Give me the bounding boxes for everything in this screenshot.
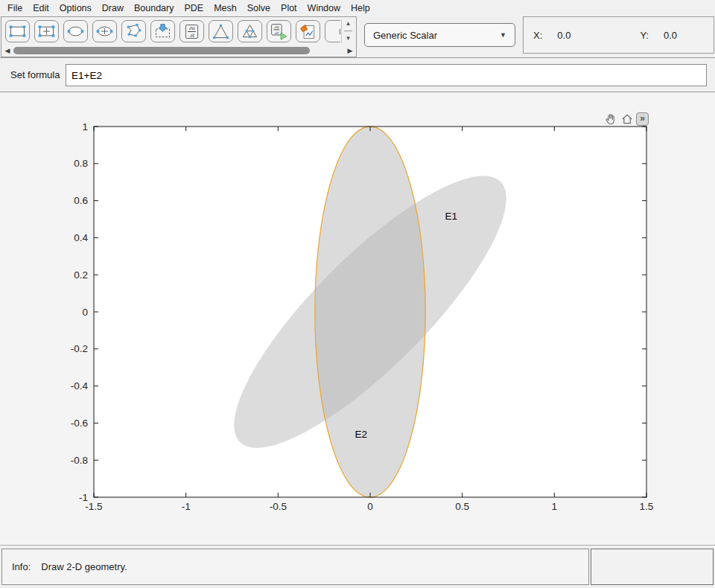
y-tick-label: -0.4 <box>71 380 89 392</box>
pde-type-dropdown[interactable]: Generic Scalar ▼ <box>364 23 515 47</box>
toolbar-scrollbar[interactable]: ◀ ▶ <box>3 45 355 56</box>
svg-text:∂t: ∂t <box>189 33 194 39</box>
boundary-mode-button[interactable] <box>150 20 175 42</box>
menu-item-window[interactable]: Window <box>302 1 346 16</box>
draw-rectangle-centered-button[interactable] <box>34 20 59 42</box>
solve-pde-icon: ∂u∂t <box>267 22 290 42</box>
menu-item-edit[interactable]: Edit <box>28 1 54 16</box>
menu-item-mesh[interactable]: Mesh <box>209 1 242 16</box>
formula-bar: Set formula <box>0 57 715 92</box>
spinner-up-icon[interactable]: ▲ <box>346 19 352 28</box>
x-coordinate-label: X: <box>533 30 542 41</box>
geometry-plot: -1.5-1-0.500.511.510.80.60.40.20-0.2-0.4… <box>0 92 715 545</box>
scroll-right-icon[interactable]: ▶ <box>346 47 355 54</box>
y-tick-label: 0.4 <box>74 232 88 243</box>
menu-item-boundary[interactable]: Boundary <box>129 1 179 16</box>
y-tick-label: 0 <box>82 307 88 318</box>
y-coordinate-label: Y: <box>640 30 649 41</box>
menu-item-help[interactable]: Help <box>346 1 375 16</box>
geometry-shape-E2[interactable] <box>315 127 425 497</box>
menu-item-solve[interactable]: Solve <box>242 1 276 16</box>
draw-rectangle-button[interactable] <box>5 20 30 42</box>
status-info-panel: Info: Draw 2-D geometry. <box>1 549 589 585</box>
x-tick-label: -0.5 <box>270 501 287 512</box>
boundary-mode-icon <box>151 22 174 42</box>
cursor-coordinates-panel: X: 0.0 Y: 0.0 <box>523 16 714 54</box>
svg-text:∂t: ∂t <box>275 30 279 34</box>
menu-bar: FileEditOptionsDrawBoundaryPDEMeshSolveP… <box>0 0 715 16</box>
y-tick-label: 1 <box>82 121 88 132</box>
y-tick-label: 0.2 <box>74 269 88 281</box>
initialize-mesh-icon <box>209 22 232 42</box>
pde-specification-button[interactable]: ∂u∂t <box>179 20 204 42</box>
menu-item-draw[interactable]: Draw <box>97 1 129 16</box>
draw-ellipse-icon <box>64 22 87 42</box>
draw-ellipse-button[interactable] <box>63 20 88 42</box>
set-formula-input[interactable] <box>66 64 707 86</box>
hand-icon <box>604 112 617 126</box>
drawing-canvas[interactable]: -1.5-1-0.500.511.510.80.60.40.20-0.2-0.4… <box>0 92 715 545</box>
y-coordinate-value: 0.0 <box>664 30 677 41</box>
draw-ellipse-centered-icon <box>93 22 116 42</box>
draw-ellipse-centered-button[interactable] <box>92 20 117 42</box>
y-tick-label: -0.8 <box>71 455 88 466</box>
home-icon <box>620 112 634 126</box>
expand-toolbar-button[interactable]: » <box>636 112 649 126</box>
spinner-divider <box>344 31 352 31</box>
status-bar: Info: Draw 2-D geometry. <box>0 545 715 588</box>
zoom-icon <box>325 22 340 42</box>
shape-label-E1: E1 <box>445 211 458 222</box>
refine-mesh-icon <box>238 22 261 42</box>
y-tick-label: 0.6 <box>74 195 88 206</box>
solve-pde-button[interactable]: ∂u∂t <box>267 20 291 42</box>
x-tick-label: 0.5 <box>455 501 469 512</box>
x-tick-label: 1.5 <box>640 501 654 512</box>
menu-item-plot[interactable]: Plot <box>276 1 302 16</box>
scrollbar-track[interactable] <box>12 46 346 55</box>
svg-text:∂u: ∂u <box>189 25 195 31</box>
x-coordinate-value: 0.0 <box>557 30 571 41</box>
y-tick-label: -0.2 <box>71 343 88 354</box>
x-tick-label: -1 <box>182 501 191 512</box>
draw-polygon-icon <box>122 22 145 42</box>
y-tick-label: 0.8 <box>74 158 88 169</box>
x-tick-label: 1 <box>552 501 558 512</box>
svg-text:∂u: ∂u <box>274 25 279 29</box>
home-button[interactable] <box>620 112 634 127</box>
x-tick-label: 0 <box>367 501 373 512</box>
axes-toolbar: » <box>603 112 649 127</box>
initialize-mesh-button[interactable] <box>209 20 233 42</box>
toolbar-buttons: ∂u∂t∂u∂t <box>5 20 340 44</box>
menu-item-options[interactable]: Options <box>54 1 97 16</box>
pde-type-value: Generic Scalar <box>373 30 437 41</box>
menu-item-pde[interactable]: PDE <box>179 1 209 16</box>
info-text: Draw 2-D geometry. <box>41 561 127 572</box>
set-formula-label: Set formula <box>10 69 60 80</box>
pan-button[interactable] <box>603 112 617 127</box>
draw-rectangle-centered-icon <box>35 22 58 42</box>
plot-solution-icon <box>296 22 320 42</box>
toolbar-spinner: ▲ ▼ <box>341 19 355 42</box>
y-tick-label: -0.6 <box>71 418 88 429</box>
menu-item-file[interactable]: File <box>2 1 28 16</box>
draw-rectangle-icon <box>6 22 29 42</box>
draw-polygon-button[interactable] <box>121 20 146 42</box>
status-secondary-panel <box>591 549 714 585</box>
scrollbar-thumb[interactable] <box>13 47 310 54</box>
refine-mesh-button[interactable] <box>238 20 262 42</box>
spinner-down-icon[interactable]: ▼ <box>346 34 352 42</box>
chevron-down-icon: ▼ <box>500 31 506 39</box>
scroll-left-icon[interactable]: ◀ <box>3 47 12 54</box>
shape-label-E2: E2 <box>355 429 367 440</box>
pde-specification-icon: ∂u∂t <box>180 22 203 42</box>
double-chevron-icon: » <box>640 114 645 123</box>
toolbar-panel: ∂u∂t∂u∂t ▲ ▼ ◀ ▶ <box>1 16 357 57</box>
info-label: Info: <box>12 561 31 572</box>
y-tick-label: -1 <box>79 492 88 503</box>
zoom-button[interactable] <box>325 20 340 42</box>
plot-solution-button[interactable] <box>296 20 320 42</box>
